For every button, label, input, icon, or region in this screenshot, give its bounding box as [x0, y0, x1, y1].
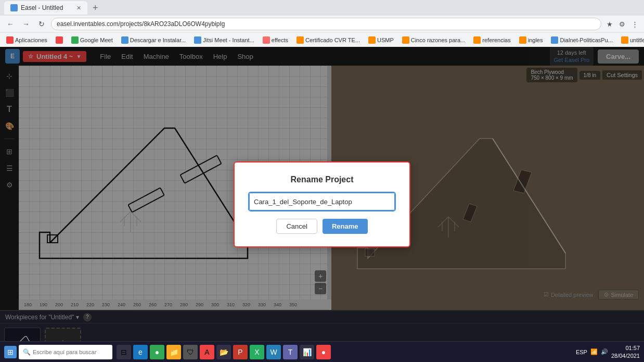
taskbar-search-input[interactable]: [33, 349, 106, 355]
bookmark-icon-referencias: [473, 36, 481, 44]
cancel-button[interactable]: Cancel: [276, 219, 317, 234]
browser-controls: ← → ↻ ★ ⚙ ⋮: [0, 16, 644, 32]
bookmark-referencias[interactable]: referencias: [471, 35, 512, 45]
bookmarks-bar: Aplicaciones Google Meet Descargar e Ins…: [0, 32, 644, 47]
bookmark-jitsi[interactable]: Jitsi Meet - Instant...: [192, 35, 256, 45]
bookmark-icon-dialnet: [551, 36, 558, 44]
bookmark-icon-effects: [263, 36, 270, 44]
bookmark-icon-cvr: [297, 36, 304, 44]
bookmark-dialnet[interactable]: Dialnet-PoliticasPu...: [549, 35, 615, 45]
bookmark-label-referencias: referencias: [482, 37, 510, 43]
bookmark-cvr[interactable]: Certificado CVR TE...: [294, 35, 362, 45]
bookmark-usmp[interactable]: USMP: [366, 35, 396, 45]
tab-title: Easel - Untitled: [21, 4, 63, 11]
browser-actions: ★ ⚙ ⋮: [604, 19, 640, 29]
taskbar-shield-icon[interactable]: 🛡: [183, 345, 198, 359]
bookmark-label-descargar: Descargar e Instalar...: [130, 37, 186, 43]
modal-overlay: Rename Project Cancel Rename: [0, 47, 644, 362]
bookmark-untitled[interactable]: untitled: [619, 35, 644, 45]
clock-time: 01:57: [611, 344, 640, 352]
tab-close-button[interactable]: ✕: [76, 5, 81, 11]
taskbar-edge-icon[interactable]: e: [133, 345, 148, 359]
bookmark-aplicaciones[interactable]: Aplicaciones: [4, 35, 49, 45]
bookmark-icon-descargar: [121, 36, 128, 44]
taskbar-app9[interactable]: 📊: [300, 345, 314, 359]
bookmark-google-meet[interactable]: Google Meet: [69, 35, 115, 45]
taskbar-folder-icon[interactable]: 📁: [166, 345, 181, 359]
rename-project-modal: Rename Project Cancel Rename: [234, 161, 410, 247]
taskbar-word-icon[interactable]: W: [266, 345, 281, 359]
address-bar[interactable]: [51, 18, 601, 30]
bookmark-icon-meet: [71, 36, 79, 44]
bookmark-cinco[interactable]: Cinco razones para...: [400, 35, 468, 45]
taskbar-tray: ESP 📶 🔊 01:57 28/04/2021: [576, 344, 640, 359]
taskbar-chrome-icon[interactable]: ●: [150, 345, 164, 359]
taskbar-search-icon: 🔍: [23, 348, 31, 356]
bookmark-icon-cinco: [402, 36, 409, 44]
taskbar-apps: ⊟ e ● 📁 🛡 A 📂 P X W T 📊 ●: [117, 345, 331, 359]
bookmark-label-ingles: ingles: [528, 37, 543, 43]
browser-tab-easel[interactable]: Easel - Untitled ✕: [4, 1, 87, 15]
back-button[interactable]: ←: [4, 18, 17, 30]
rename-button[interactable]: Rename: [323, 219, 368, 234]
taskbar-ppt-icon[interactable]: P: [233, 345, 248, 359]
bookmark-label-usmp: USMP: [377, 37, 394, 43]
bookmark-icon-usmp: [368, 36, 376, 44]
forward-button[interactable]: →: [20, 18, 32, 30]
rename-input[interactable]: [249, 193, 395, 210]
bookmark-icon-ingles: [519, 36, 526, 44]
modal-buttons: Cancel Rename: [249, 219, 395, 234]
tab-bar: Easel - Untitled ✕ +: [0, 0, 644, 16]
bookmark-icon-untitled: [621, 36, 628, 44]
bookmark-ingles[interactable]: ingles: [517, 35, 545, 45]
wifi-icon: 📶: [590, 348, 598, 355]
tab-favicon: [10, 4, 18, 11]
more-button[interactable]: ⋮: [629, 19, 640, 29]
bookmark-label-untitled: untitled: [630, 37, 644, 43]
taskbar: ⊞ 🔍 ⊟ e ● 📁 🛡 A 📂 P X W T 📊 ● ESP 📶 🔊 01…: [0, 341, 644, 362]
bookmark-label-effects: effects: [272, 37, 288, 43]
bookmark-effects[interactable]: effects: [261, 35, 290, 45]
bookmark-icon-apps: [6, 36, 14, 44]
taskbar-acrobat-icon[interactable]: A: [200, 345, 214, 359]
bookmark-label-cvr: Certificado CVR TE...: [305, 37, 360, 43]
reload-button[interactable]: ↻: [35, 18, 48, 30]
start-button[interactable]: ⊞: [4, 346, 17, 358]
bookmark-icon-youtube: [56, 36, 63, 44]
bookmark-label-dialnet: Dialnet-PoliticasPu...: [560, 37, 613, 43]
taskbar-search-box[interactable]: 🔍: [19, 345, 112, 359]
modal-title: Rename Project: [249, 175, 395, 184]
new-tab-button[interactable]: +: [89, 3, 101, 14]
bookmark-label-apps: Aplicaciones: [15, 37, 47, 43]
taskbar-chrome2-icon[interactable]: ●: [316, 345, 331, 359]
volume-icon: 🔊: [601, 348, 608, 355]
bookmark-youtube[interactable]: [54, 35, 65, 45]
bookmark-label-meet: Google Meet: [80, 37, 113, 43]
browser-chrome: Easel - Untitled ✕ + ← → ↻ ★ ⚙ ⋮: [0, 0, 644, 32]
bookmark-button[interactable]: ★: [604, 19, 615, 29]
bookmark-label-jitsi: Jitsi Meet - Instant...: [203, 37, 254, 43]
bookmark-icon-jitsi: [194, 36, 201, 44]
language-indicator: ESP: [576, 349, 587, 355]
taskbar-multitask-button[interactable]: ⊟: [117, 345, 131, 359]
taskbar-excel-icon[interactable]: X: [250, 345, 264, 359]
clock-date: 28/04/2021: [611, 352, 640, 359]
taskbar-teams-icon[interactable]: T: [283, 345, 298, 359]
taskbar-clock: 01:57 28/04/2021: [611, 344, 640, 359]
taskbar-app5[interactable]: 📂: [216, 345, 231, 359]
bookmark-label-cinco: Cinco razones para...: [411, 37, 466, 43]
bookmark-descargar[interactable]: Descargar e Instalar...: [119, 35, 188, 45]
extensions-button[interactable]: ⚙: [617, 19, 627, 29]
